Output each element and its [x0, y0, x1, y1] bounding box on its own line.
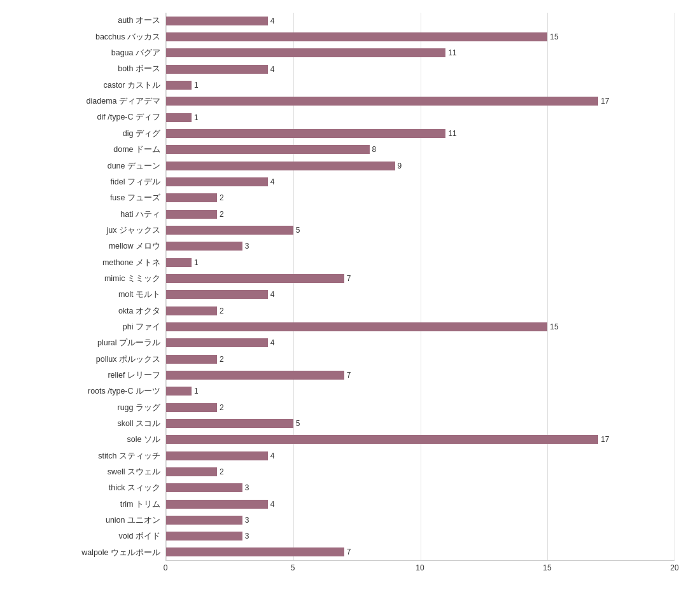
bar-row: 2 — [166, 464, 675, 479]
bar — [166, 451, 268, 460]
bar — [166, 403, 217, 412]
y-label: skoll スコル — [13, 420, 160, 428]
bar — [166, 516, 242, 525]
bar-row: 5 — [166, 415, 675, 431]
bar-value-label: 2 — [220, 467, 224, 476]
bar-value-label: 9 — [398, 162, 402, 170]
y-label: roots /type-C ルーツ — [13, 387, 160, 396]
bar-row: 4 — [166, 174, 675, 189]
bar-row: 7 — [166, 367, 675, 383]
bar — [166, 193, 217, 202]
bar — [166, 226, 293, 235]
bar — [166, 97, 598, 106]
bar-row: 3 — [166, 480, 675, 496]
x-tick-label: 20 — [670, 563, 678, 572]
x-tick-label: 15 — [543, 563, 551, 572]
bar-row: 4 — [166, 61, 675, 77]
bar-value-label: 2 — [220, 210, 224, 219]
bar-row: 4 — [166, 448, 675, 464]
bar — [166, 65, 268, 74]
bar-value-label: 1 — [194, 258, 199, 267]
bar — [166, 32, 547, 41]
y-label: methone メトネ — [13, 259, 160, 267]
bar — [166, 371, 344, 380]
bar-row: 8 — [166, 142, 675, 158]
bar-row: 4 — [166, 287, 675, 303]
bar — [166, 306, 217, 315]
y-label: stitch スティッチ — [13, 452, 160, 460]
bar-value-label: 2 — [220, 403, 224, 412]
bar-value-label: 5 — [296, 226, 300, 235]
bar-value-label: 3 — [245, 532, 249, 540]
bar-row: 3 — [166, 512, 675, 528]
bar — [166, 322, 547, 331]
bar-value-label: 4 — [270, 17, 275, 25]
bar — [166, 500, 268, 509]
bar-row: 1 — [166, 254, 675, 270]
bar-value-label: 1 — [194, 387, 199, 396]
x-tick-label: 10 — [416, 563, 424, 572]
y-label: phi ファイ — [13, 323, 160, 331]
bar-row: 11 — [166, 45, 675, 61]
bar — [166, 532, 242, 540]
bar — [166, 547, 344, 556]
y-label: dome ドーム — [13, 146, 160, 154]
bar — [166, 17, 268, 25]
bar — [166, 435, 598, 444]
bar-row: 1 — [166, 383, 675, 399]
y-label: void ボイド — [13, 532, 160, 540]
bar-value-label: 4 — [270, 177, 275, 186]
bar-value-label: 2 — [220, 355, 224, 364]
bar-row: 1 — [166, 109, 675, 125]
bar — [166, 177, 268, 186]
bar-row: 17 — [166, 432, 675, 448]
bar — [166, 338, 268, 347]
bar-value-label: 3 — [245, 516, 249, 525]
bar — [166, 387, 192, 396]
y-label: swell スウェル — [13, 468, 160, 476]
y-label: castor カストル — [13, 81, 160, 90]
bar-row: 3 — [166, 528, 675, 544]
bar-value-label: 15 — [550, 32, 558, 41]
bar-row: 2 — [166, 399, 675, 415]
bar-value-label: 3 — [245, 483, 249, 492]
y-label: trim トリム — [13, 500, 160, 509]
y-label: fuse フューズ — [13, 194, 160, 202]
bar-value-label: 11 — [448, 48, 456, 57]
bar-value-label: 7 — [347, 371, 351, 380]
y-label: mimic ミミック — [13, 275, 160, 283]
bar-value-label: 4 — [270, 338, 275, 347]
y-label: dif /type-C ディフ — [13, 113, 160, 121]
y-label: bagua バグア — [13, 49, 160, 57]
bar-row: 2 — [166, 303, 675, 319]
y-label: hati ハティ — [13, 210, 160, 219]
y-label: thick スィック — [13, 484, 160, 492]
bar — [166, 129, 445, 138]
bar-row: 15 — [166, 29, 675, 45]
y-label: okta オクタ — [13, 307, 160, 315]
bar-value-label: 15 — [550, 322, 558, 331]
bar-row: 3 — [166, 238, 675, 254]
chart-container: auth オースbacchus バッカスbagua バグアboth ボースcas… — [0, 0, 700, 599]
bar-value-label: 2 — [220, 306, 224, 315]
bar-row: 7 — [166, 544, 675, 560]
y-label: sole ソル — [13, 436, 160, 444]
bar-row: 2 — [166, 206, 675, 222]
bar-row: 9 — [166, 158, 675, 174]
bar-value-label: 4 — [270, 65, 275, 74]
bar-value-label: 8 — [372, 145, 377, 154]
bar — [166, 483, 242, 492]
bar-row: 4 — [166, 496, 675, 512]
bar-value-label: 4 — [270, 500, 275, 509]
y-label: pollux ポルックス — [13, 355, 160, 364]
bar-value-label: 3 — [245, 242, 249, 251]
bar — [166, 355, 217, 364]
y-label: fidel フィデル — [13, 178, 160, 186]
bar-value-label: 2 — [220, 193, 224, 202]
bar — [166, 274, 344, 283]
bar-row: 2 — [166, 351, 675, 367]
y-label: walpole ウェルポール — [13, 549, 160, 557]
y-label: diadema ディアデマ — [13, 97, 160, 106]
bar-value-label: 4 — [270, 290, 275, 299]
y-label: jux ジャックス — [13, 226, 160, 235]
